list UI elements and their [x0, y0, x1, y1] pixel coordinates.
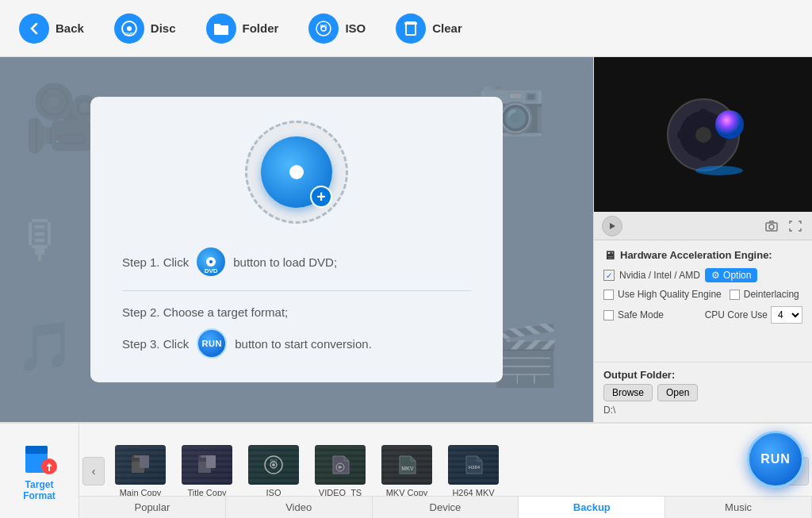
format-thumb-main-copy [115, 445, 166, 485]
open-button[interactable]: Open [657, 384, 698, 401]
step1-section: Step 1. Click DVD button to load DVD; [122, 247, 471, 291]
gear-icon: ⚙ [711, 270, 720, 281]
svg-point-13 [695, 127, 711, 143]
fullscreen-icon[interactable] [787, 217, 804, 235]
svg-text:MKV: MKV [401, 466, 414, 471]
scroll-left-button[interactable]: ‹ [82, 457, 105, 485]
dvd-hole [289, 165, 304, 179]
svg-text:DVD: DVD [124, 32, 135, 36]
format-thumb-video-ts [315, 445, 366, 485]
tab-popular-label: Popular [134, 501, 170, 513]
target-format-icon [22, 441, 57, 476]
hw-title: 🖥 Hardware Acceleration Engine: [603, 248, 802, 262]
iso-label: ISO [345, 21, 366, 35]
format-title-copy[interactable]: Title Copy [174, 442, 239, 501]
nvidia-checkbox[interactable]: ✓ [603, 270, 615, 281]
folder-label: Folder [243, 21, 279, 35]
browse-button[interactable]: Browse [603, 384, 653, 401]
reel-graphic [660, 91, 747, 178]
dvd-outer-ring: + [245, 121, 348, 224]
dvd-plus-icon: + [310, 186, 332, 208]
safe-mode-label: Safe Mode [618, 309, 664, 320]
tab-video[interactable]: Video [226, 497, 373, 518]
back-icon [19, 13, 49, 44]
step1-line: Step 1. Click DVD button to load DVD; [122, 247, 471, 276]
svg-text:H264: H264 [469, 465, 481, 470]
toolbar: Back DVD Disc + Folder ISO [0, 0, 812, 57]
step3-line: Step 3. Click RUN button to start conver… [122, 328, 471, 359]
svg-point-1 [127, 26, 132, 31]
format-iso[interactable]: ISO ISO [241, 442, 306, 501]
disc-icon: DVD [114, 13, 144, 44]
bottom-bar: Target Format ‹ Main Copy [0, 422, 812, 518]
format-main-copy[interactable]: Main Copy [108, 442, 173, 501]
svg-point-14 [699, 109, 708, 118]
svg-point-18 [715, 110, 744, 139]
cpu-core-select[interactable]: 4 2 8 [771, 306, 802, 324]
svg-rect-30 [140, 455, 149, 468]
disc-button[interactable]: DVD Disc [103, 7, 187, 50]
svg-point-16 [677, 130, 687, 140]
back-label: Back [56, 21, 84, 35]
output-buttons: Browse Open [603, 384, 802, 401]
step3-prefix: Step 3. Click [122, 337, 189, 351]
format-thumb-mkv-copy: MKV [381, 445, 432, 485]
tab-backup[interactable]: Backup [519, 497, 665, 518]
hw-options-row: Use High Quality Engine Deinterlacing [603, 289, 802, 300]
svg-rect-24 [25, 446, 48, 454]
svg-point-22 [769, 224, 774, 229]
output-folder-label: Output Folder: [603, 369, 802, 381]
deinterlacing-checkbox[interactable] [730, 290, 740, 300]
svg-rect-26 [48, 465, 50, 471]
bottom-tabs: Popular Video Device Backup Music [79, 496, 812, 518]
svg-marker-20 [610, 223, 615, 229]
svg-point-37 [272, 463, 275, 466]
folder-button[interactable]: + Folder [195, 7, 290, 50]
target-format-button[interactable]: Target Format [0, 424, 79, 518]
tab-music-label: Music [725, 501, 752, 513]
tab-backup-label: Backup [573, 501, 611, 513]
snapshot-icon[interactable] [763, 217, 780, 235]
option-button[interactable]: ⚙ Option [705, 268, 757, 282]
svg-text:ISO: ISO [270, 459, 278, 463]
dvd-load-area[interactable]: + [122, 121, 471, 224]
run-button[interactable]: RUN [747, 431, 804, 488]
play-button[interactable] [602, 216, 622, 236]
format-video-ts[interactable]: VIDEO_TS [308, 442, 373, 501]
high-quality-label: Use High Quality Engine [618, 289, 722, 300]
format-thumb-title-copy [182, 445, 232, 485]
iso-icon: ISO [308, 13, 339, 44]
target-format-label: Target Format [8, 479, 71, 501]
step2-text: Step 2. Choose a target format; [122, 305, 288, 319]
folder-icon: + [206, 13, 236, 44]
tab-popular[interactable]: Popular [79, 497, 226, 518]
tab-device-label: Device [430, 501, 462, 513]
format-mkv-copy[interactable]: MKV MKV Copy [374, 442, 439, 501]
step1-text: button to load DVD; [233, 255, 337, 269]
left-panel: 🎥 📷 🎵 🎬 🎙 + [0, 57, 593, 422]
run-button-container: RUN [747, 431, 804, 488]
hardware-section: 🖥 Hardware Acceleration Engine: ✓ Nvidia… [594, 240, 812, 362]
step1-dvd-icon-wrapper: DVD [197, 247, 225, 276]
svg-text:+: + [224, 29, 228, 36]
main-area: 🎥 📷 🎵 🎬 🎙 + [0, 57, 812, 422]
hw-mode-row: Safe Mode CPU Core Use 4 2 8 [603, 306, 802, 324]
center-card: + Step 1. Click DVD bu [90, 97, 503, 382]
high-quality-checkbox[interactable] [603, 290, 614, 300]
iso-button[interactable]: ISO ISO [297, 7, 377, 50]
back-button[interactable]: Back [8, 7, 95, 50]
tab-device[interactable]: Device [373, 497, 519, 518]
step2-line: Step 2. Choose a target format; [122, 305, 471, 319]
nvidia-row: ✓ Nvidia / Intel / AMD ⚙ Option [603, 268, 802, 282]
svg-text:ISO: ISO [320, 24, 327, 29]
format-thumb-h264-mkv: H264 [448, 445, 499, 485]
tab-video-label: Video [285, 501, 312, 513]
right-panel: 🖥 Hardware Acceleration Engine: ✓ Nvidia… [593, 57, 812, 422]
dvd-label: DVD [205, 267, 218, 274]
format-h264-mkv[interactable]: H264 H264 MKV [441, 442, 506, 501]
hw-title-text: Hardware Acceleration Engine: [620, 249, 772, 261]
tab-music[interactable]: Music [665, 497, 812, 518]
safe-mode-checkbox[interactable] [603, 310, 614, 320]
clear-button[interactable]: Clear [385, 7, 473, 50]
disc-label: Disc [151, 21, 176, 35]
